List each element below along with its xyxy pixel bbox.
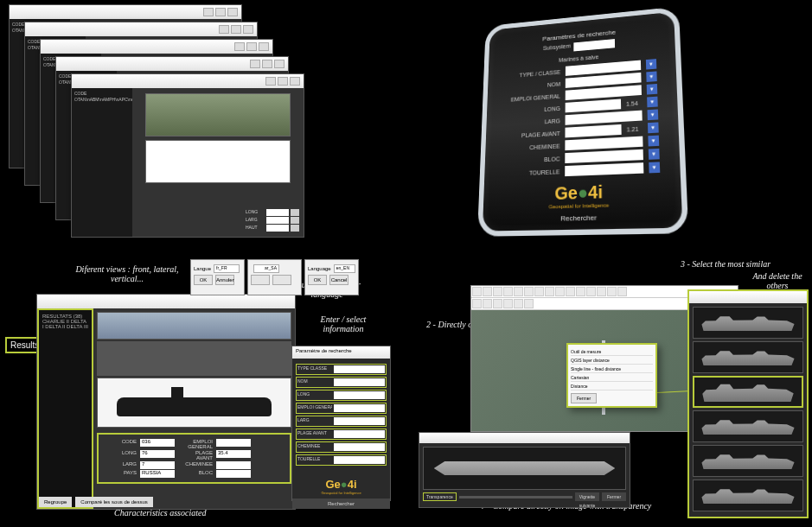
field-input[interactable] <box>565 124 621 137</box>
subsystem-select[interactable] <box>574 39 616 51</box>
toolbar-icon[interactable] <box>545 287 554 296</box>
toolbar-icon[interactable] <box>597 287 606 296</box>
close-icon[interactable] <box>227 8 238 16</box>
toolbar-icon[interactable] <box>493 299 502 308</box>
toolbar-icon[interactable] <box>607 287 617 296</box>
toolbar-icon[interactable] <box>514 287 523 296</box>
maximize-icon[interactable] <box>278 77 288 86</box>
stepper-icon[interactable] <box>291 225 299 232</box>
dropdown-icon[interactable]: ▾ <box>649 149 660 160</box>
field-input[interactable] <box>334 417 385 425</box>
stepper-icon[interactable] <box>291 209 299 216</box>
field-input[interactable] <box>334 391 385 399</box>
field-input[interactable] <box>566 111 643 125</box>
toolbar-icon[interactable] <box>586 287 596 296</box>
minimize-icon[interactable] <box>250 60 260 68</box>
toolbar-icon[interactable] <box>514 299 523 308</box>
field-input[interactable] <box>566 99 622 113</box>
toolbar-icon[interactable] <box>524 299 534 308</box>
search-button[interactable]: Rechercher <box>292 498 390 509</box>
cancel-button[interactable]: Cancel <box>329 275 348 285</box>
toolbar-icon[interactable] <box>617 287 627 296</box>
ok-button[interactable]: OK <box>308 275 327 285</box>
next-button[interactable]: Vignette suivante <box>575 492 599 501</box>
dropdown-icon[interactable]: ▾ <box>647 84 658 95</box>
field-input[interactable] <box>565 162 643 176</box>
close-button[interactable]: Fermer <box>571 393 597 403</box>
meas-row-label: Cartesian <box>571 375 589 380</box>
close-icon[interactable] <box>243 25 253 34</box>
haut-input[interactable] <box>266 225 289 232</box>
similar-results-panel <box>687 289 809 518</box>
long-input[interactable] <box>266 209 289 216</box>
larg-input[interactable] <box>266 217 289 224</box>
maximize-icon[interactable] <box>215 8 226 16</box>
language-dialog: Languageen_EN OKCancel <box>304 259 359 295</box>
dropdown-icon[interactable]: ▾ <box>647 97 658 108</box>
results-list[interactable]: RESULTATS (38) CHARLIE II DELTA I DELTA … <box>37 308 93 509</box>
field-input[interactable] <box>565 137 643 151</box>
minimize-icon[interactable] <box>219 25 229 34</box>
toolbar-icon[interactable] <box>555 287 565 296</box>
dropdown-icon[interactable]: ▾ <box>648 136 659 147</box>
transparency-slider[interactable] <box>459 496 572 498</box>
dropdown-icon[interactable]: ▾ <box>646 59 656 69</box>
maximize-icon[interactable] <box>262 60 272 68</box>
ok-button[interactable] <box>251 275 270 285</box>
lang-select[interactable]: fr_FR <box>214 264 240 273</box>
similar-item[interactable] <box>693 410 803 442</box>
maximize-icon[interactable] <box>231 25 241 34</box>
toolbar-icon[interactable] <box>503 287 513 296</box>
minimize-icon[interactable] <box>234 42 245 51</box>
close-icon[interactable] <box>290 77 300 86</box>
field-input[interactable] <box>565 149 643 163</box>
close-button[interactable]: Fermer <box>602 492 626 501</box>
close-icon[interactable] <box>274 60 285 68</box>
close-icon[interactable] <box>259 42 269 51</box>
cancel-button[interactable]: Annuler <box>215 275 234 285</box>
toolbar-icon[interactable] <box>493 287 502 296</box>
field-input[interactable] <box>334 456 385 464</box>
dropdown-icon[interactable]: ▾ <box>648 109 659 120</box>
toolbar-icon[interactable] <box>483 299 492 308</box>
toolbar-icon[interactable] <box>503 299 513 308</box>
minimize-icon[interactable] <box>265 77 276 86</box>
char-label: CODE <box>102 439 137 449</box>
dropdown-icon[interactable]: ▾ <box>646 71 656 81</box>
similar-item[interactable] <box>693 341 803 373</box>
window-titlebar <box>689 291 807 303</box>
window-titlebar <box>10 5 241 19</box>
minimize-icon[interactable] <box>203 8 214 16</box>
stepper-icon[interactable] <box>291 217 299 224</box>
lang-select[interactable]: ar_SA <box>253 264 279 273</box>
similar-item[interactable] <box>693 445 803 477</box>
ok-button[interactable]: OK <box>194 275 213 285</box>
footer-button[interactable]: Comparé les sous de dessus <box>75 497 152 507</box>
cancel-button[interactable] <box>272 275 291 285</box>
search-button[interactable]: Rechercher <box>496 212 667 224</box>
similar-item[interactable] <box>693 479 803 511</box>
similar-item-selected[interactable] <box>693 376 803 408</box>
toolbar-icon[interactable] <box>534 287 544 296</box>
toolbar-icon[interactable] <box>576 287 585 296</box>
toolbar-icon[interactable] <box>566 287 575 296</box>
delete-callout: And delete the others <box>747 271 808 290</box>
toolbar-icon[interactable] <box>472 299 482 308</box>
toolbar-icon[interactable] <box>524 287 534 296</box>
search-field-row: TYPE CLASSE <box>296 364 387 375</box>
footer-button[interactable]: Regroupe <box>39 497 72 507</box>
maximize-icon[interactable] <box>246 42 257 51</box>
field-label: PLAGE AVANT <box>503 130 560 138</box>
field-input[interactable] <box>334 443 385 451</box>
toolbar-icon[interactable] <box>483 287 492 296</box>
sidebar-list[interactable]: CODE OTAN\nABM\nAMPH\nAPC\nARTY\nATGM\nH… <box>72 88 132 237</box>
field-input[interactable] <box>334 378 385 386</box>
toolbar-icon[interactable] <box>472 287 482 296</box>
dropdown-icon[interactable]: ▾ <box>649 162 660 173</box>
field-input[interactable] <box>334 365 385 373</box>
field-input[interactable] <box>334 404 385 412</box>
similar-item[interactable] <box>693 307 803 339</box>
lang-select[interactable]: en_EN <box>334 264 355 273</box>
field-input[interactable] <box>334 430 385 438</box>
dropdown-icon[interactable]: ▾ <box>648 122 659 133</box>
